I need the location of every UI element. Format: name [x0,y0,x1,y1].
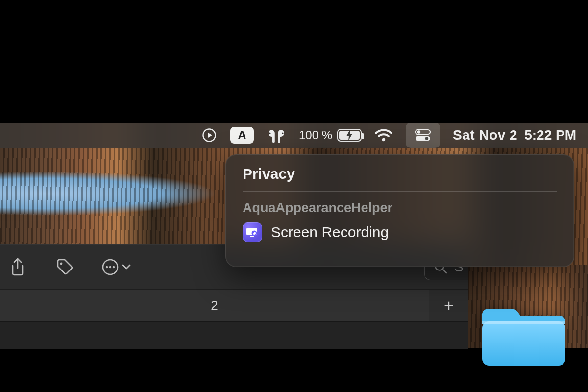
screen-recording-icon [243,222,262,242]
svg-point-7 [425,137,428,140]
menubar-time: 5:22 PM [524,127,576,143]
svg-point-13 [60,262,63,265]
menubar-date: Sat Nov 2 [453,127,517,143]
finder-tab[interactable]: 2 [0,290,429,321]
tags-button[interactable] [54,256,75,278]
text-input-badge: A [230,127,254,144]
charging-bolt-icon [345,130,353,141]
control-center-icon [415,128,431,142]
svg-point-15 [106,266,108,268]
airpods-icon [267,128,286,143]
privacy-popover-separator [243,191,557,192]
tag-icon [55,258,74,276]
ellipsis-circle-icon [101,258,120,276]
chevron-down-icon [122,264,131,270]
folder-icon [477,306,570,369]
text-input-menuextra[interactable]: A [230,122,254,148]
svg-point-5 [417,130,420,133]
battery-percent-text: 100 % [299,128,332,142]
letterbox-top [0,0,588,122]
menubar: A 100 % [0,122,588,148]
privacy-popover: Privacy AquaAppearanceHelper Screen Reco… [225,154,574,267]
svg-point-2 [282,132,283,134]
now-playing-menuextra[interactable] [201,122,218,148]
menubar-clock[interactable]: Sat Nov 2 5:22 PM [453,122,576,148]
control-center-menuextra[interactable] [406,122,440,148]
finder-new-tab-button[interactable]: + [429,290,468,321]
svg-point-17 [113,266,115,268]
svg-rect-21 [482,321,565,324]
battery-icon [337,129,362,142]
share-button[interactable] [7,256,28,278]
wifi-icon [374,128,393,142]
svg-point-16 [109,266,111,268]
svg-point-3 [382,138,385,141]
airpods-menuextra[interactable] [267,122,286,148]
svg-line-19 [443,270,446,273]
desktop-folder[interactable] [477,306,570,371]
privacy-popover-title: Privacy [243,166,557,182]
play-circle-icon [202,128,217,143]
share-icon [9,257,26,277]
svg-rect-20 [482,321,565,366]
svg-point-1 [269,132,270,134]
svg-rect-9 [250,236,254,237]
plus-icon: + [444,296,454,315]
svg-point-12 [253,232,254,233]
text-input-label: A [238,128,246,142]
privacy-app-name: AquaAppearanceHelper [243,200,557,216]
finder-tab-bar: 2 + [0,290,468,322]
privacy-item-label: Screen Recording [271,224,389,241]
wifi-menuextra[interactable] [374,122,393,148]
privacy-item-screen-recording[interactable]: Screen Recording [243,222,557,242]
finder-content-area [0,322,468,349]
finder-tab-label: 2 [211,298,218,313]
battery-menuextra[interactable]: 100 % [299,122,362,148]
more-actions-button[interactable] [101,258,131,276]
